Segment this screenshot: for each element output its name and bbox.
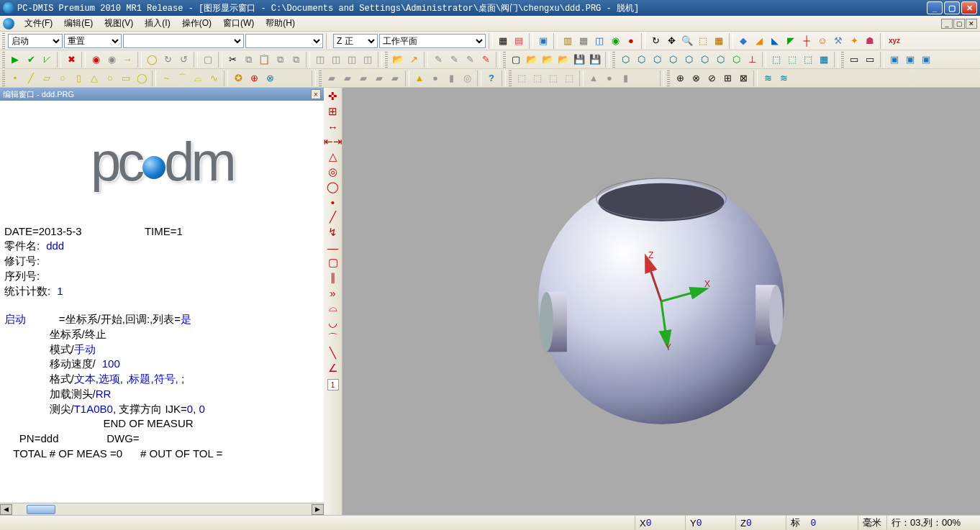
vt-bowl-icon[interactable]: ◡	[326, 316, 340, 330]
toolbar-grip[interactable]	[385, 52, 388, 68]
menu-edit[interactable]: 编辑(E)	[58, 16, 99, 31]
ball-grey-icon[interactable]: ●	[602, 71, 617, 86]
tri-orange-icon[interactable]: ◢	[752, 34, 766, 48]
toolbar-grip[interactable]	[612, 52, 615, 68]
save-as-icon[interactable]: 💾	[588, 52, 602, 67]
curve2-icon[interactable]: ⌒	[175, 71, 189, 86]
edit3-icon[interactable]: ✎	[463, 52, 477, 67]
plane-icon[interactable]: ▱	[40, 71, 54, 86]
vt-arc-icon[interactable]: ⌒	[326, 331, 340, 345]
fit-icon[interactable]: ⬚	[696, 34, 710, 48]
window-icon[interactable]: ▥	[561, 34, 575, 48]
relation-icon[interactable]: ⊗	[263, 71, 277, 86]
dim4-icon[interactable]: ▰	[372, 71, 386, 86]
view-bottom-icon[interactable]: ⬡	[713, 52, 727, 67]
torus-icon[interactable]: ◯	[135, 71, 149, 86]
box2-icon[interactable]: ⬚	[785, 52, 799, 67]
clear-icon[interactable]: ✖	[64, 52, 78, 67]
vt-grid-icon[interactable]: ⊞	[326, 104, 340, 119]
program-editor[interactable]: pcdm DATE=2013-5-3 TIME=1 零件名: ddd 修订号: …	[0, 101, 324, 503]
report2-icon[interactable]: ≋	[776, 71, 791, 86]
curve1-icon[interactable]: ~	[159, 71, 173, 86]
rotate-ccw-icon[interactable]: ↺	[176, 52, 191, 67]
edit2-icon[interactable]: ✎	[447, 52, 461, 67]
dim2-icon[interactable]: ▰	[340, 71, 355, 86]
xyz-icon[interactable]: xyz	[887, 34, 902, 48]
view-fit-icon[interactable]: ⬡	[729, 52, 743, 67]
win1-icon[interactable]: ▣	[887, 52, 902, 67]
menu-help[interactable]: 帮助(H)	[260, 16, 301, 31]
open-recent-icon[interactable]: 📂	[540, 52, 555, 67]
blade-green-icon[interactable]: ◤	[784, 34, 798, 48]
save-icon[interactable]: 💾	[572, 52, 586, 67]
scroll-thumb[interactable]	[27, 505, 55, 514]
dim3-icon[interactable]: ▰	[356, 71, 371, 86]
win3-icon[interactable]: ▣	[919, 52, 933, 67]
box-grey-icon[interactable]: ⬚	[514, 71, 529, 86]
z-plus-combo[interactable]: Z 正	[333, 34, 378, 48]
editor-h-scrollbar[interactable]: ◀ ▶	[0, 503, 324, 515]
open-variant-icon[interactable]: 📂	[556, 52, 571, 67]
sphere-feature-icon[interactable]: ○	[103, 71, 117, 86]
pattern4-icon[interactable]: ◫	[360, 52, 375, 67]
toolbar-grip[interactable]	[667, 70, 670, 86]
pin-grey-icon[interactable]: ▮	[618, 71, 632, 86]
pan-icon[interactable]: ✥	[664, 34, 679, 48]
pill-icon[interactable]: ▮	[444, 71, 458, 86]
maximize-button[interactable]: ▢	[944, 1, 960, 14]
pattern1-icon[interactable]: ◫	[313, 52, 327, 67]
line-icon[interactable]: ╱	[24, 71, 38, 86]
dim1-icon[interactable]: ▰	[325, 71, 339, 86]
close-button[interactable]: ✕	[961, 1, 977, 14]
vt-dot-icon[interactable]: •	[326, 195, 340, 209]
menu-insert[interactable]: 插入(I)	[139, 16, 176, 31]
wireframe-icon[interactable]: ◫	[592, 34, 607, 48]
target-grey-icon[interactable]: ◉	[104, 52, 119, 67]
tol2-icon[interactable]: ⊗	[689, 71, 703, 86]
edit-cancel-icon[interactable]: ✎	[478, 52, 493, 67]
scroll-left-button[interactable]: ◀	[0, 504, 12, 515]
copy-icon[interactable]: ⧉	[241, 52, 255, 67]
vt-minus-icon[interactable]: —	[326, 240, 340, 255]
paste-special-icon[interactable]: ⧉	[273, 52, 287, 67]
box-grey2-icon[interactable]: ⬚	[530, 71, 545, 86]
vt-cross-icon[interactable]: ✜	[326, 89, 340, 104]
hat-icon[interactable]: ☗	[863, 34, 877, 48]
check-icon[interactable]: ✔	[24, 52, 38, 67]
tol3-icon[interactable]: ⊘	[704, 71, 719, 86]
tol4-icon[interactable]: ⊞	[720, 71, 735, 86]
graphics-viewport[interactable]: Z X Y	[342, 88, 980, 515]
cone-icon[interactable]: △	[87, 71, 101, 86]
person-icon[interactable]: ☺	[815, 34, 830, 48]
menu-operate[interactable]: 操作(O)	[176, 16, 217, 31]
vt-cyl-icon[interactable]: ⌓	[326, 301, 340, 315]
vt-ring-icon[interactable]: ◯	[326, 180, 340, 194]
vt-target-icon[interactable]: ◎	[326, 165, 340, 179]
palette-icon[interactable]: ▤	[512, 34, 526, 48]
cone-grey-icon[interactable]: ▲	[586, 71, 601, 86]
view-iso-icon[interactable]: ⬡	[618, 52, 632, 67]
view-left-icon[interactable]: ⬡	[666, 52, 680, 67]
bulb-icon[interactable]: ▲	[412, 71, 427, 86]
ellipse-yellow-icon[interactable]: ◯	[145, 52, 159, 67]
help-icon[interactable]: ?	[484, 71, 499, 86]
view-back-icon[interactable]: ⬡	[650, 52, 664, 67]
curve4-icon[interactable]: ∿	[207, 71, 221, 86]
box3-icon[interactable]: ⬚	[801, 52, 815, 67]
rect2-icon[interactable]: ▭	[863, 52, 877, 67]
report1-icon[interactable]: ≋	[761, 71, 775, 86]
shaded-icon[interactable]: ◉	[608, 34, 622, 48]
toolbar-grip[interactable]	[509, 70, 512, 86]
vt-one-button[interactable]: 1	[327, 379, 339, 390]
menu-window[interactable]: 窗口(W)	[217, 16, 260, 31]
vt-harrow-icon[interactable]: ↔	[326, 119, 340, 134]
point-icon[interactable]: •	[8, 71, 22, 86]
vt-zigzag-icon[interactable]: ↯	[326, 225, 340, 239]
pattern3-icon[interactable]: ◫	[345, 52, 359, 67]
rotate-icon[interactable]: ↻	[648, 34, 663, 48]
vt-square-icon[interactable]: ▢	[326, 255, 340, 270]
play-icon[interactable]: ▶	[8, 52, 22, 67]
minimize-button[interactable]: _	[927, 1, 943, 14]
auto-icon[interactable]: ⊕	[247, 71, 261, 86]
rotate-cw-icon[interactable]: ↻	[160, 52, 175, 67]
